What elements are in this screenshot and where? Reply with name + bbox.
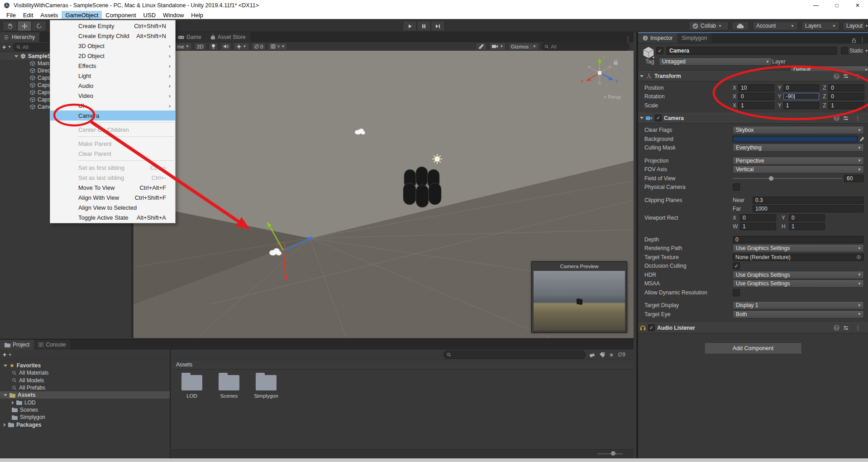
kebab-menu-icon[interactable]: ⋮	[622, 35, 634, 42]
tab-inspector[interactable]: iInspector	[638, 33, 677, 43]
kebab-menu-icon[interactable]: ⋮	[852, 115, 863, 121]
menu-item-create-empty-child[interactable]: Create Empty ChildAlt+Shift+N	[50, 31, 175, 41]
hidden-objects-button[interactable]: ∅ 0	[252, 43, 266, 50]
tab-asset-store[interactable]: Asset Store	[206, 32, 250, 42]
lock-icon[interactable]	[851, 38, 857, 43]
static-chevron[interactable]: ▼	[865, 49, 868, 53]
asset-type-filter-icon[interactable]	[589, 352, 596, 358]
asset-folder-scenes[interactable]: Scenes	[215, 371, 243, 399]
object-field[interactable]: None (Render Texture)	[733, 254, 864, 261]
icon-size-slider-knob[interactable]	[611, 451, 615, 456]
menubar-item-help[interactable]: Help	[187, 11, 207, 19]
presets-icon[interactable]	[843, 73, 849, 79]
menubar-item-gameobject[interactable]: GameObject	[62, 11, 102, 19]
hand-tool-button[interactable]	[3, 21, 17, 31]
scene-tools-button[interactable]	[476, 43, 487, 50]
add-object-button[interactable]: +	[2, 43, 6, 51]
project-tree-item-all-models[interactable]: All Models	[0, 377, 170, 384]
project-tree-item-lod[interactable]: LOD	[0, 399, 170, 406]
menu-item-camera[interactable]: Camera	[50, 111, 175, 120]
dropdown-rendering-path[interactable]: Use Graphics Settings▼	[733, 244, 864, 252]
menubar-item-window[interactable]: Window	[159, 11, 187, 19]
background-color-swatch[interactable]	[733, 136, 858, 142]
pair-field-y[interactable]: 0	[789, 214, 825, 221]
dropdown-fov-axis[interactable]: Vertical▼	[733, 165, 864, 173]
position-z-field[interactable]: 0	[828, 84, 864, 91]
rotate-tool-button[interactable]	[32, 21, 46, 31]
create-asset-button[interactable]: +	[3, 351, 6, 358]
menu-item-effects[interactable]: Effects›	[50, 61, 175, 71]
pair-field-h[interactable]: 1	[789, 223, 825, 230]
menu-item-ui[interactable]: UI›	[50, 101, 175, 111]
dropdown-projection[interactable]: Perspective▼	[733, 157, 864, 165]
menubar-item-usd[interactable]: USD	[140, 11, 159, 19]
static-checkbox[interactable]	[841, 47, 848, 54]
lighting-toggle-button[interactable]	[209, 43, 218, 50]
scale-x-field[interactable]: 1	[738, 102, 774, 109]
menu-item-toggle-active-state[interactable]: Toggle Active StateAlt+Shift+A	[50, 212, 175, 222]
sub-field[interactable]: 0.3	[753, 197, 864, 204]
gizmos-dropdown[interactable]: Gizmos | ▼	[508, 43, 539, 50]
tab-hierarchy[interactable]: Hierarchy	[0, 32, 39, 42]
field-of-view-slider[interactable]	[733, 175, 842, 182]
camera-enabled-checkbox[interactable]: ✓	[655, 115, 662, 121]
menu-item-2d-object[interactable]: 2D Object›	[50, 51, 175, 61]
presets-icon[interactable]	[843, 325, 849, 331]
pause-button[interactable]	[417, 21, 431, 31]
hidden-packages-count[interactable]: ∅9	[618, 351, 625, 358]
foldout-icon[interactable]	[640, 117, 644, 119]
transform-component-header[interactable]: Transform ? ⋮	[638, 71, 868, 82]
menu-item-move-to-view[interactable]: Move To ViewCtrl+Alt+F	[50, 183, 175, 192]
collab-button[interactable]: Collab ▼	[689, 21, 729, 30]
dropdown-culling-mask[interactable]: Everything▼	[733, 144, 864, 152]
project-search-input[interactable]	[444, 351, 586, 359]
dropdown-clear-flags[interactable]: Skybox▼	[733, 126, 864, 134]
slider-knob[interactable]	[769, 176, 773, 181]
dropdown-hdr[interactable]: Use Graphics Settings▼	[733, 271, 864, 279]
dropdown-msaa[interactable]: Use Graphics Settings▼	[733, 279, 864, 288]
kebab-menu-icon[interactable]: ⋮	[857, 36, 868, 43]
close-button[interactable]: ✕	[847, 0, 868, 11]
sub-field[interactable]: 1000	[753, 205, 864, 212]
play-button[interactable]	[403, 21, 417, 31]
menu-item-create-empty[interactable]: Create EmptyCtrl+Shift+N	[50, 21, 175, 31]
asset-folder-simplygon[interactable]: Simplygon	[252, 371, 280, 399]
kebab-menu-icon[interactable]: ⋮	[852, 324, 863, 331]
audio-toggle-button[interactable]	[220, 43, 231, 50]
presets-icon[interactable]	[843, 116, 849, 121]
help-icon[interactable]: ?	[834, 73, 839, 79]
dropdown-target-display[interactable]: Display 1▼	[733, 301, 864, 309]
menu-item-align-view-to-selected[interactable]: Align View to Selected	[50, 202, 175, 212]
menu-item-light[interactable]: Light›	[50, 71, 175, 81]
account-dropdown[interactable]: Account ▼	[753, 21, 798, 30]
step-button[interactable]	[431, 21, 445, 31]
add-component-button[interactable]: Add Component	[704, 342, 802, 354]
project-tree-item-all-materials[interactable]: All Materials	[0, 369, 170, 376]
maximize-button[interactable]: □	[826, 0, 847, 11]
perspective-mode-label[interactable]: < Persp	[604, 94, 621, 100]
tab-console[interactable]: Console	[34, 340, 70, 350]
menu-item-video[interactable]: Video›	[50, 91, 175, 101]
cloud-button[interactable]	[732, 21, 749, 30]
2d-toggle-button[interactable]: 2D	[194, 43, 206, 50]
menubar-item-edit[interactable]: Edit	[19, 11, 37, 19]
scale-z-field[interactable]: 1	[828, 102, 864, 109]
camera-component-header[interactable]: ✓ Camera ? ⋮	[638, 113, 868, 124]
tab-simplygon[interactable]: Simplygon	[677, 33, 711, 43]
layers-dropdown[interactable]: Layers ▼	[801, 21, 839, 30]
tab-game[interactable]: Game	[173, 32, 206, 42]
scene-search-input[interactable]: All	[541, 43, 629, 51]
foldout-icon[interactable]	[4, 365, 7, 367]
effects-dropdown[interactable]: ▼	[234, 43, 249, 50]
project-tree-item-simplygon[interactable]: Simplygon	[0, 414, 170, 421]
help-icon[interactable]: ?	[834, 115, 839, 121]
menu-item-align-with-view[interactable]: Align With ViewCtrl+Shift+F	[50, 192, 175, 202]
foldout-icon[interactable]	[4, 423, 6, 427]
menu-item-3d-object[interactable]: 3D Object›	[50, 41, 175, 51]
checkbox[interactable]	[733, 183, 740, 191]
minimize-button[interactable]: —	[806, 0, 826, 11]
assets-breadcrumb[interactable]: Assets	[172, 360, 634, 370]
rotation-y-field[interactable]: -90	[783, 93, 820, 100]
pair-field-x[interactable]: 0	[740, 214, 776, 221]
scene-viewport[interactable]: y x z < Persp Camera Preview	[134, 51, 634, 338]
